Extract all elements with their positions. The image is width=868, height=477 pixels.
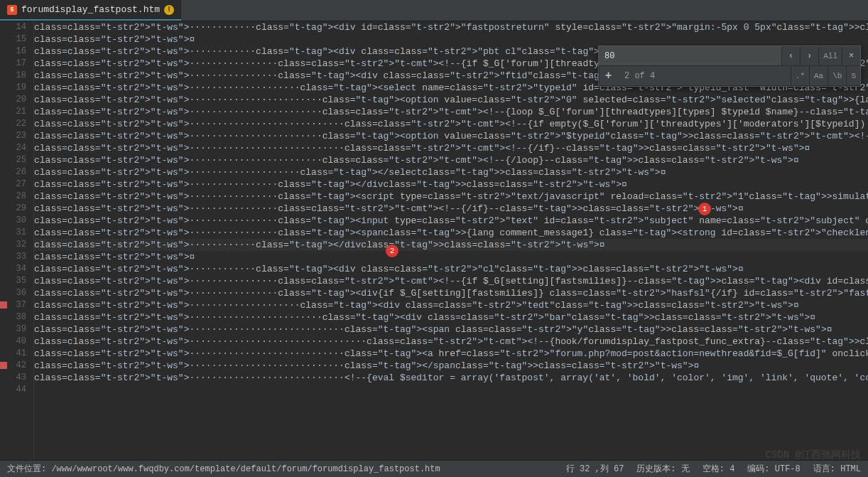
find-regex-toggle[interactable]: .*	[791, 66, 809, 85]
file-tab[interactable]: 5 forumdisplay_fastpost.htm !	[0, 0, 181, 21]
code-line[interactable]: class=class="t-str2">"t-ws">············…	[34, 154, 868, 166]
code-line[interactable]: class=class="t-str2">"t-ws">············…	[34, 142, 868, 154]
find-s-toggle[interactable]: S	[846, 66, 860, 85]
code-line[interactable]: class=class="t-str2">"t-ws">············…	[34, 299, 868, 311]
code-line[interactable]: class=class="t-str2">"t-ws">············…	[34, 166, 868, 178]
code-line[interactable]: class=class="t-str2">"t-ws">············…	[34, 239, 868, 251]
warning-icon: !	[164, 5, 174, 15]
code-line[interactable]: class=class="t-str2">"t-ws">¤	[34, 33, 868, 45]
code-line[interactable]: class=class="t-str2">"t-ws">············…	[34, 275, 868, 287]
code-line[interactable]: class=class="t-str2">"t-ws">············…	[34, 94, 868, 106]
code-line[interactable]: class=class="t-str2">"t-ws">············…	[34, 263, 868, 275]
code-line[interactable]: class=class="t-str2">"t-ws">¤	[34, 251, 868, 263]
find-panel: ‹ › All × + 2 of 4 .* Aa \b S	[598, 45, 861, 87]
code-line[interactable]: class=class="t-str2">"t-ws">············…	[34, 130, 868, 142]
code-line[interactable]: class=class="t-str2">"t-ws">············…	[34, 106, 868, 118]
find-expand-button[interactable]: +	[599, 66, 617, 85]
error-marker-icon[interactable]	[0, 301, 7, 309]
code-line[interactable]: class=class="t-str2">"t-ws">············…	[34, 227, 868, 239]
code-area[interactable]: 1 2 class=class="t-str2">"t-ws">········…	[34, 21, 868, 460]
status-encoding[interactable]: 编码: UTF-8	[747, 463, 800, 475]
status-path-label: 文件位置:	[7, 464, 46, 474]
code-line[interactable]: class=class="t-str2">"t-ws">············…	[34, 21, 868, 33]
editor: 1415161718192021222324252627282930313233…	[0, 21, 868, 460]
code-line[interactable]: class=class="t-str2">"t-ws">············…	[34, 178, 868, 191]
annotation-marker-1: 1	[698, 203, 711, 215]
status-language[interactable]: 语言: HTML	[813, 463, 861, 475]
code-line[interactable]: class=class="t-str2">"t-ws">············…	[34, 311, 868, 323]
status-indent[interactable]: 空格: 4	[702, 463, 735, 475]
code-line[interactable]: class=class="t-str2">"t-ws">············…	[34, 191, 868, 203]
status-cursor[interactable]: 行 32 ,列 67	[566, 463, 624, 475]
find-close-button[interactable]: ×	[842, 46, 860, 65]
code-line[interactable]: class=class="t-str2">"t-ws">············…	[34, 323, 868, 336]
find-word-toggle[interactable]: \b	[828, 66, 846, 85]
find-prev-button[interactable]: ‹	[781, 46, 800, 65]
status-bar: 文件位置: /www/wwwroot/www.fwqdby.com/templa…	[0, 460, 868, 477]
code-line[interactable]: class=class="t-str2">"t-ws">············…	[34, 287, 868, 299]
find-next-button[interactable]: ›	[800, 46, 818, 65]
html5-icon: 5	[7, 5, 17, 15]
status-history[interactable]: 历史版本: 无	[636, 463, 689, 475]
code-line[interactable]: class=class="t-str2">"t-ws">············…	[34, 372, 868, 384]
code-line[interactable]: class=class="t-str2">"t-ws">············…	[34, 203, 868, 215]
code-line[interactable]: class=class="t-str2">"t-ws">············…	[34, 348, 868, 360]
annotation-marker-2: 2	[386, 245, 398, 257]
status-path: /www/wwwroot/www.fwqdby.com/template/def…	[51, 464, 440, 474]
find-result-count: 2 of 4	[617, 71, 791, 81]
tab-bar: 5 forumdisplay_fastpost.htm !	[0, 0, 868, 21]
code-line[interactable]: class=class="t-str2">"t-ws">············…	[34, 336, 868, 348]
error-marker-icon[interactable]	[0, 362, 7, 369]
code-line[interactable]: class=class="t-str2">"t-ws">············…	[34, 360, 868, 372]
code-line[interactable]: class=class="t-str2">"t-ws">············…	[34, 118, 868, 130]
find-all-toggle[interactable]: All	[818, 46, 842, 65]
find-input[interactable]	[599, 46, 781, 65]
code-line[interactable]: class=class="t-str2">"t-ws">············…	[34, 215, 868, 227]
tab-filename: forumdisplay_fastpost.htm	[21, 4, 160, 15]
find-case-toggle[interactable]: Aa	[809, 66, 828, 85]
line-gutter: 1415161718192021222324252627282930313233…	[0, 21, 34, 460]
